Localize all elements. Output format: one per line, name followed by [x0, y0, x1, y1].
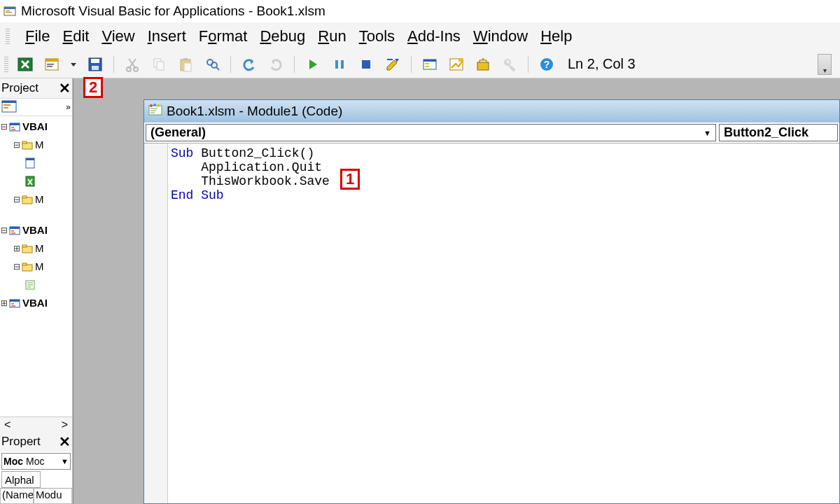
svg-rect-57: [10, 300, 20, 302]
menu-view[interactable]: View: [102, 27, 134, 46]
run-button[interactable]: [303, 55, 323, 74]
menubar-grip: [6, 29, 10, 44]
toolbar-sep-1: [113, 56, 114, 73]
scroll-left-icon[interactable]: <: [4, 419, 10, 431]
svg-rect-50: [10, 227, 20, 229]
menu-format[interactable]: Format: [199, 27, 248, 46]
project-tree-hscroll[interactable]: < >: [0, 416, 72, 432]
properties-close-icon[interactable]: ✕: [59, 433, 71, 450]
sheet-icon: [24, 157, 36, 169]
insert-item-dropdown[interactable]: [69, 55, 78, 74]
thisworkbook-icon: [24, 175, 36, 188]
toolbar-overflow-button[interactable]: ▾: [818, 54, 832, 75]
cut-button[interactable]: [122, 55, 142, 74]
view-code-icon[interactable]: [1, 100, 17, 115]
tree-folder-2a[interactable]: M: [35, 241, 44, 256]
save-button[interactable]: [85, 55, 105, 74]
folder-icon: [21, 242, 34, 255]
code-window-titlebar[interactable]: Book1.xlsm - Module1 (Code): [144, 100, 839, 122]
reset-button[interactable]: [356, 55, 376, 74]
menu-window[interactable]: Window: [473, 27, 528, 46]
code-area[interactable]: Sub Button2_Click() Application.Quit Thi…: [144, 144, 839, 503]
menu-help[interactable]: Help: [540, 27, 572, 46]
properties-tab-alphabetic[interactable]: Alphal: [1, 471, 41, 488]
properties-combo-type: Moc: [26, 456, 61, 467]
svg-rect-18: [184, 63, 191, 71]
mdi-area: 2 Book1.xlsm - Module1 (Code) (General) …: [73, 78, 840, 504]
tree-project-1[interactable]: VBAI: [22, 119, 48, 134]
project-explorer-header: Project ✕: [0, 78, 72, 98]
properties-pane: Propert ✕ Moc Moc ▼ Alphal (Name Modu: [0, 432, 72, 504]
svg-rect-37: [2, 101, 16, 103]
svg-rect-48: [22, 196, 27, 198]
vba-app-icon: [3, 4, 17, 18]
svg-point-33: [482, 58, 484, 61]
menu-tools[interactable]: Tools: [359, 27, 395, 46]
help-button[interactable]: ?: [537, 55, 556, 74]
svg-point-13: [134, 67, 138, 71]
project-explorer-close-icon[interactable]: ✕: [59, 80, 71, 97]
chevron-down-icon: ▼: [704, 129, 711, 137]
toolbox-button[interactable]: [500, 55, 519, 74]
svg-point-12: [127, 67, 131, 71]
properties-grid[interactable]: (Name Modu: [0, 488, 72, 504]
menu-edit[interactable]: Edit: [62, 27, 89, 46]
toolbar-sep-5: [528, 56, 528, 73]
folder-icon: [21, 260, 34, 273]
break-button[interactable]: [330, 55, 349, 74]
tree-project-3[interactable]: VBAI: [22, 295, 48, 311]
svg-rect-7: [47, 64, 54, 65]
svg-rect-3: [6, 12, 12, 13]
tree-project-2[interactable]: VBAI: [22, 223, 48, 238]
code-text[interactable]: Sub Button2_Click() Application.Quit Thi…: [168, 144, 330, 503]
menu-file[interactable]: File: [25, 27, 50, 46]
tree-folder-1b[interactable]: M: [35, 192, 44, 207]
code-window-title-text: Book1.xlsm - Module1 (Code): [167, 104, 342, 119]
tree-folder-2b[interactable]: M: [35, 259, 44, 274]
svg-rect-27: [424, 59, 436, 62]
scroll-right-icon[interactable]: >: [62, 419, 68, 431]
menu-debug[interactable]: Debug: [260, 27, 305, 46]
properties-object-combo[interactable]: Moc Moc ▼: [1, 453, 71, 470]
object-browser-button[interactable]: [473, 55, 493, 74]
toolbar-grip: [4, 57, 8, 72]
svg-rect-2: [6, 10, 10, 11]
design-mode-button[interactable]: [383, 55, 402, 74]
svg-rect-38: [4, 104, 10, 106]
menu-run[interactable]: Run: [318, 27, 346, 46]
svg-rect-1: [4, 7, 15, 9]
svg-rect-24: [362, 60, 370, 69]
undo-button[interactable]: [239, 55, 259, 74]
svg-rect-6: [46, 59, 58, 62]
toolbar-sep-3: [294, 56, 295, 73]
menu-insert[interactable]: Insert: [148, 27, 186, 46]
svg-point-61: [157, 104, 160, 107]
svg-text:?: ?: [544, 59, 550, 70]
svg-point-20: [211, 62, 217, 68]
insert-item-button[interactable]: [42, 55, 62, 74]
object-dropdown[interactable]: (General) ▼: [146, 124, 716, 141]
properties-row-name-value[interactable]: Modu: [34, 489, 72, 504]
object-dropdown-value: (General): [150, 125, 206, 140]
project-explorer-button[interactable]: [420, 55, 440, 74]
copy-button[interactable]: [149, 55, 169, 74]
toolbar-sep-2: [230, 56, 231, 73]
properties-window-button[interactable]: [447, 55, 466, 74]
properties-title: Propert: [1, 435, 59, 449]
vba-project-icon: [8, 224, 21, 237]
find-button[interactable]: [202, 55, 222, 74]
view-excel-button[interactable]: [15, 55, 35, 74]
menu-addins[interactable]: Add-Ins: [407, 27, 461, 46]
tree-folder-1[interactable]: M: [35, 137, 44, 153]
annotation-2: 2: [83, 77, 103, 98]
window-title: Microsoft Visual Basic for Applications …: [21, 4, 326, 19]
vba-project-icon: [8, 120, 21, 133]
cursor-position-status: Ln 2, Col 3: [568, 56, 636, 72]
redo-button[interactable]: [266, 55, 286, 74]
svg-rect-15: [157, 62, 164, 70]
paste-button[interactable]: [176, 55, 195, 74]
toggle-folders-icon[interactable]: »: [66, 102, 71, 112]
procedure-dropdown[interactable]: Button2_Click: [719, 124, 838, 141]
project-explorer-toolbar: »: [0, 98, 72, 116]
project-tree[interactable]: ⊟VBAI ⊟M ⊟M ⊟VBAI ⊞M ⊟M ⊞VBAI: [0, 116, 72, 416]
